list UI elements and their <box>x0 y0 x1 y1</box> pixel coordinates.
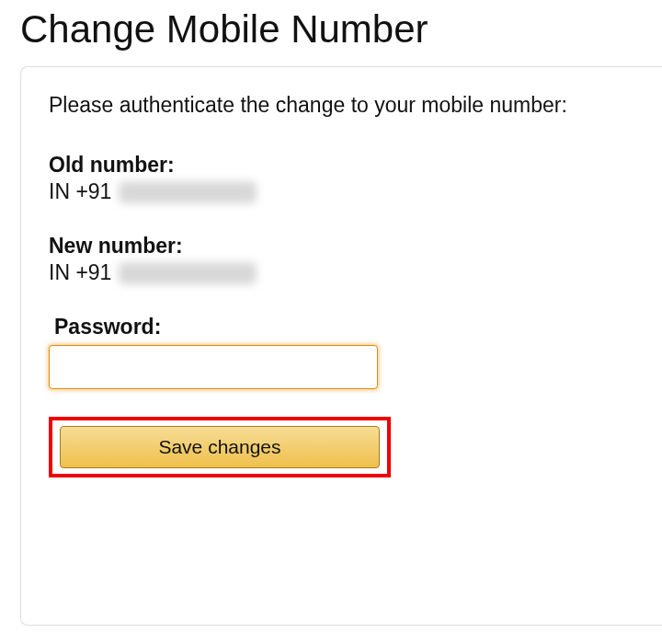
password-input[interactable] <box>49 345 378 389</box>
password-label: Password: <box>54 315 636 339</box>
save-changes-button[interactable]: Save changes <box>60 426 380 468</box>
new-number-label: New number: <box>49 234 636 259</box>
old-number-block: Old number: IN +91 <box>49 153 636 204</box>
new-number-prefix: IN +91 <box>49 260 111 285</box>
save-button-highlight: Save changes <box>49 417 391 477</box>
old-number-prefix: IN +91 <box>49 179 111 204</box>
instruction-text: Please authenticate the change to your m… <box>49 93 636 118</box>
new-number-block: New number: IN +91 <box>49 234 636 285</box>
old-number-redacted <box>119 181 257 203</box>
new-number-redacted <box>119 262 257 284</box>
old-number-label: Old number: <box>49 153 636 178</box>
page-title: Change Mobile Number <box>0 0 662 66</box>
form-panel: Please authenticate the change to your m… <box>20 66 662 626</box>
